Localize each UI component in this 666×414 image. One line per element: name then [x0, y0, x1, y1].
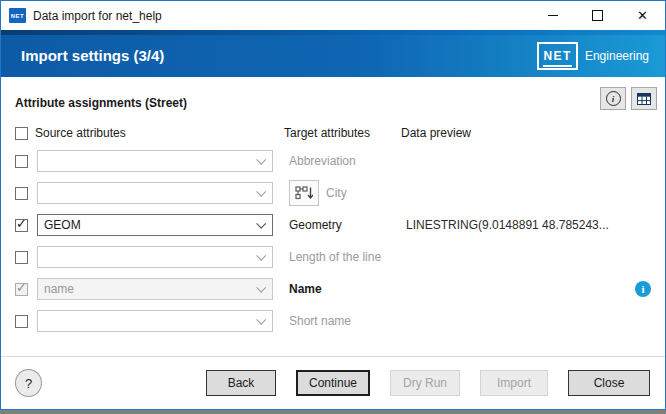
source-combobox[interactable]	[37, 246, 273, 268]
info-button[interactable]: i	[600, 87, 626, 110]
preview-cell: i	[406, 281, 665, 297]
content-area: Attribute assignments (Street) i	[1, 77, 665, 356]
column-source-attributes: Source attributes	[35, 126, 126, 140]
target-attribute-label: Abbreviation	[289, 154, 356, 168]
app-icon: NET	[9, 8, 26, 23]
close-button[interactable]: ✕	[620, 1, 665, 30]
preview-cell: LINESTRING(9.0148891 48.785243...	[406, 218, 665, 232]
chevron-down-icon	[256, 219, 266, 229]
chevron-down-icon	[256, 283, 266, 293]
table-view-button[interactable]	[631, 87, 657, 110]
row-checkbox[interactable]	[15, 187, 28, 200]
target-attribute-label: Name	[289, 282, 322, 296]
table-icon	[637, 93, 651, 105]
wizard-header: Import settings (3/4) NET Engineering	[1, 30, 665, 77]
column-data-preview: Data preview	[401, 126, 471, 140]
target-cell: Abbreviation	[289, 154, 406, 168]
target-attribute-label: Length of the line	[289, 250, 381, 264]
target-cell: Length of the line	[289, 250, 406, 264]
target-attribute-label: Short name	[289, 314, 351, 328]
net-engineering-logo: NET Engineering	[537, 42, 649, 70]
maximize-icon	[592, 10, 603, 21]
source-combobox[interactable]	[37, 182, 273, 204]
window-title: Data import for net_help	[33, 9, 162, 23]
engineering-logo-text: Engineering	[585, 49, 649, 63]
row-checkbox[interactable]	[15, 315, 28, 328]
chevron-down-icon	[256, 315, 266, 325]
target-cell: Geometry	[289, 218, 406, 232]
mini-toolbar: i	[600, 87, 657, 110]
title-bar: NET Data import for net_help ✕	[1, 1, 665, 30]
select-all-checkbox[interactable]	[15, 127, 28, 140]
attribute-row: Length of the line	[1, 241, 665, 273]
chevron-down-icon	[256, 251, 266, 261]
section-title: Attribute assignments (Street)	[15, 96, 187, 110]
footer-bar: ? BackContinueDry RunImportClose	[1, 356, 665, 409]
target-attribute-label: Geometry	[289, 218, 342, 232]
maximize-button[interactable]	[575, 1, 620, 30]
minimize-icon	[548, 15, 558, 16]
window-controls: ✕	[530, 1, 665, 30]
attribute-row: Abbreviation	[1, 145, 665, 177]
back-button[interactable]: Back	[206, 370, 276, 396]
wizard-step-title: Import settings (3/4)	[21, 47, 164, 64]
close-button[interactable]: Close	[568, 370, 650, 396]
chevron-down-icon	[256, 155, 266, 165]
column-target-attributes: Target attributes	[284, 126, 370, 140]
header-accent-strip	[1, 30, 665, 35]
data-preview-text: LINESTRING(9.0148891 48.785243...	[406, 218, 651, 232]
footer-buttons: BackContinueDry RunImportClose	[206, 370, 650, 396]
target-attribute-label: City	[326, 186, 347, 200]
continue-button[interactable]: Continue	[296, 370, 370, 396]
row-checkbox[interactable]	[15, 251, 28, 264]
source-combobox[interactable]: name	[37, 278, 273, 300]
attribute-row: City	[1, 177, 665, 209]
attribute-row: ✓ GEOM Geometry LINESTRING(9.0148891 48.…	[1, 209, 665, 241]
help-button[interactable]: ?	[15, 369, 42, 397]
target-cell: Name	[289, 282, 406, 296]
row-checkbox[interactable]: ✓	[15, 219, 28, 232]
import-button: Import	[480, 370, 548, 396]
net-logo-text: NET	[543, 49, 572, 67]
net-logo-box: NET	[537, 42, 578, 70]
attribute-rows: Abbreviation Ci	[1, 145, 665, 337]
section-header-row: Attribute assignments (Street) i	[15, 87, 657, 110]
target-cell: City	[289, 180, 406, 206]
attribute-row: Short name	[1, 305, 665, 337]
target-cell: Short name	[289, 314, 406, 328]
source-combobox[interactable]	[37, 150, 273, 172]
source-combobox-value: name	[44, 282, 74, 296]
info-circle-icon: i	[606, 91, 621, 106]
hierarchy-down-icon	[295, 186, 313, 200]
minimize-button[interactable]	[530, 1, 575, 30]
city-merge-button[interactable]	[289, 180, 319, 206]
source-combobox-value: GEOM	[44, 218, 81, 232]
close-icon: ✕	[637, 9, 648, 22]
source-combobox[interactable]	[37, 310, 273, 332]
data-import-dialog: NET Data import for net_help ✕ Import se…	[0, 0, 666, 410]
info-icon[interactable]: i	[635, 281, 651, 297]
row-checkbox[interactable]: ✓	[15, 283, 28, 296]
column-header-row: Source attributes Target attributes Data…	[1, 123, 665, 143]
source-combobox[interactable]: GEOM	[37, 214, 273, 236]
row-checkbox[interactable]	[15, 155, 28, 168]
dry-run-button: Dry Run	[390, 370, 460, 396]
attribute-row: ✓ name Name i	[1, 273, 665, 305]
chevron-down-icon	[256, 187, 266, 197]
